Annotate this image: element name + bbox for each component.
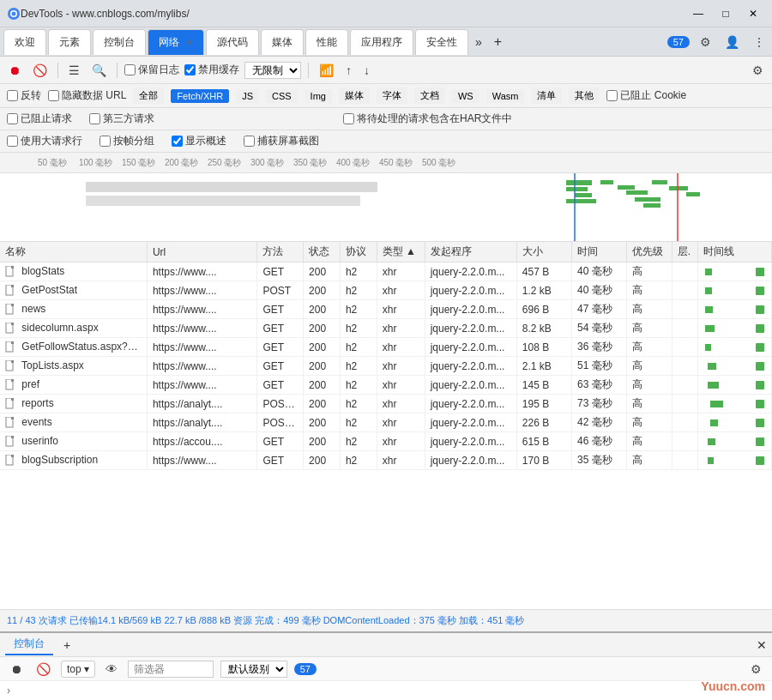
col-header-layer[interactable]: 层. <box>672 242 697 262</box>
timeline-ruler: 50 毫秒 100 毫秒 150 毫秒 200 毫秒 250 毫秒 300 毫秒… <box>0 153 772 173</box>
minimize-button[interactable]: — <box>686 5 710 22</box>
col-header-size[interactable]: 大小 <box>516 242 571 262</box>
table-row[interactable]: blogSubscription https://www....GET200h2… <box>0 451 772 470</box>
table-row[interactable]: GetFollowStatus.aspx?blogU... https://ww… <box>0 338 772 357</box>
large-rows-checkbox[interactable]: 使用大请求行 <box>7 134 82 148</box>
blocked-cookie-checkbox[interactable]: 已阻止 Cookie <box>606 88 686 103</box>
tab-network[interactable]: 网络 ✕ <box>148 29 204 55</box>
console-close-button[interactable]: ✕ <box>757 638 767 652</box>
table-row[interactable]: blogStats https://www....GET200h2xhrjque… <box>0 262 772 281</box>
tab-sources[interactable]: 源代码 <box>206 29 259 55</box>
cell-url: https://www.... <box>147 338 257 357</box>
disable-cache-checkbox[interactable]: 禁用缓存 <box>184 63 239 77</box>
console-record-icon[interactable]: ⏺ <box>7 661 26 678</box>
console-context-selector[interactable]: top ▾ <box>61 661 95 678</box>
tab-security[interactable]: 安全性 <box>415 29 468 55</box>
waterfall-overview[interactable] <box>0 173 772 242</box>
user-icon[interactable]: 👤 <box>721 33 743 51</box>
show-overview-checkbox[interactable]: 显示概述 <box>172 134 226 148</box>
table-row[interactable]: sidecolumn.aspx https://www....GET200h2x… <box>0 319 772 338</box>
cell-priority: 高 <box>627 338 672 357</box>
wifi-icon: 📶 <box>316 62 337 79</box>
tab-welcome[interactable]: 欢迎 <box>3 29 46 55</box>
console-filter-input[interactable] <box>128 661 214 678</box>
cell-protocol: h2 <box>340 395 377 413</box>
reverse-filter-checkbox[interactable]: 反转 <box>7 88 41 103</box>
cell-name: sidecolumn.aspx <box>0 319 147 338</box>
filter-font[interactable]: 字体 <box>377 88 407 104</box>
tab-performance[interactable]: 性能 <box>305 29 348 55</box>
filter-wasm[interactable]: Wasm <box>486 89 525 103</box>
filter-other[interactable]: 其他 <box>569 88 600 104</box>
throttle-select[interactable]: 无限制 <box>244 62 301 79</box>
col-header-priority[interactable]: 优先级 <box>627 242 672 262</box>
table-row[interactable]: GetPostStat https://www....POST200h2xhrj… <box>0 281 772 300</box>
devtools-panel: ⏺ 🚫 ☰ 🔍 保留日志 禁用缓存 无限制 📶 ↑ ↓ ⚙ 反转 隐藏数据 UR… <box>0 57 772 700</box>
col-header-name[interactable]: 名称 <box>0 242 147 262</box>
console-level-select[interactable]: 默认级别 <box>220 661 287 678</box>
console-eye-icon[interactable]: 👁 <box>102 661 121 678</box>
search-icon[interactable]: 🔍 <box>88 62 110 79</box>
console-add-tab[interactable]: + <box>57 636 77 655</box>
maximize-button[interactable]: □ <box>714 5 738 22</box>
cell-size: 1.2 kB <box>516 281 571 300</box>
table-row[interactable]: events https://analyt....POST ...200h2xh… <box>0 413 772 432</box>
console-settings-icon[interactable]: ⚙ <box>747 661 765 678</box>
more-options-icon[interactable]: ⋮ <box>750 33 769 51</box>
filter-css[interactable]: CSS <box>266 89 298 103</box>
tab-close-icon[interactable]: ✕ <box>186 38 193 47</box>
clear-button[interactable]: 🚫 <box>29 62 51 79</box>
col-header-method[interactable]: 方法 <box>257 242 304 262</box>
console-tab-main[interactable]: 控制台 <box>5 634 53 655</box>
col-header-waterfall[interactable]: 时间线 <box>698 242 772 262</box>
cell-status: 200 <box>304 357 341 376</box>
capture-screenshots-checkbox[interactable]: 捕获屏幕截图 <box>244 134 319 148</box>
file-icon <box>5 304 15 316</box>
col-header-protocol[interactable]: 协议 <box>340 242 377 262</box>
tab-media[interactable]: 媒体 <box>261 29 304 55</box>
group-by-frame-checkbox[interactable]: 按帧分组 <box>100 134 154 148</box>
network-table-container[interactable]: 名称 Url 方法 状态 协议 类型 ▲ 发起程序 大小 时间 优先级 层. 时… <box>0 242 772 609</box>
table-row[interactable]: pref https://www....GET200h2xhrjquery-2.… <box>0 376 772 395</box>
cell-layer <box>672 413 697 432</box>
include-har-checkbox[interactable]: 将待处理的请求包含在HAR文件中 <box>343 112 512 126</box>
close-button[interactable]: ✕ <box>741 5 765 22</box>
filter-fetch-xhr[interactable]: Fetch/XHR <box>171 89 229 103</box>
toolbar-separator-2 <box>117 63 118 78</box>
col-header-type[interactable]: 类型 ▲ <box>377 242 425 262</box>
filter-ws[interactable]: WS <box>452 89 479 103</box>
hide-data-urls-checkbox[interactable]: 隐藏数据 URL <box>48 88 126 103</box>
cell-time: 36 毫秒 <box>572 338 627 357</box>
preserve-log-checkbox[interactable]: 保留日志 <box>124 63 179 77</box>
console-clear-icon[interactable]: 🚫 <box>33 661 54 678</box>
filter-icon[interactable]: ☰ <box>65 62 83 79</box>
new-tab-button[interactable]: + <box>487 31 509 53</box>
col-header-status[interactable]: 状态 <box>304 242 341 262</box>
filter-manifest[interactable]: 清单 <box>531 88 562 104</box>
cell-method: POST ... <box>257 413 304 432</box>
cell-protocol: h2 <box>340 281 377 300</box>
tab-elements[interactable]: 元素 <box>48 29 91 55</box>
filter-doc[interactable]: 文档 <box>414 88 445 104</box>
waterfall-svg <box>0 173 772 242</box>
network-settings-icon[interactable]: ⚙ <box>749 62 767 79</box>
settings-icon[interactable]: ⚙ <box>697 33 715 51</box>
filter-media[interactable]: 媒体 <box>339 88 370 104</box>
tab-application[interactable]: 应用程序 <box>350 29 413 55</box>
table-row[interactable]: userinfo https://accou....GET200h2xhrjqu… <box>0 432 772 451</box>
filter-all[interactable]: 全部 <box>133 88 164 104</box>
cell-type: xhr <box>377 262 425 281</box>
table-row[interactable]: news https://www....GET200h2xhrjquery-2.… <box>0 300 772 319</box>
blocked-requests-checkbox[interactable]: 已阻止请求 <box>7 112 72 126</box>
col-header-url[interactable]: Url <box>147 242 257 262</box>
col-header-time[interactable]: 时间 <box>572 242 627 262</box>
more-tabs-button[interactable]: » <box>470 32 487 52</box>
table-row[interactable]: reports https://analyt....POST ...200h2x… <box>0 395 772 413</box>
filter-js[interactable]: JS <box>236 89 259 103</box>
col-header-initiator[interactable]: 发起程序 <box>425 242 516 262</box>
table-row[interactable]: TopLists.aspx https://www....GET200h2xhr… <box>0 357 772 376</box>
third-party-checkbox[interactable]: 第三方请求 <box>89 112 154 126</box>
tab-console[interactable]: 控制台 <box>93 29 146 55</box>
filter-img[interactable]: Img <box>305 89 332 103</box>
record-button[interactable]: ⏺ <box>5 62 24 79</box>
